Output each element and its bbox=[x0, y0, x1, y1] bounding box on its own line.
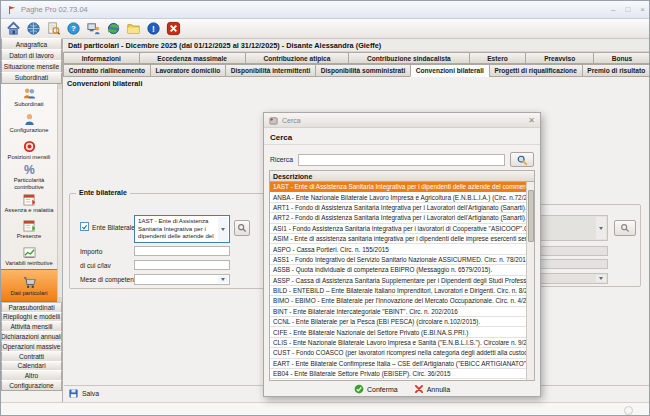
dialog-footer: Conferma Annulla bbox=[264, 382, 540, 396]
tab[interactable]: Informazioni bbox=[63, 52, 140, 64]
list-item[interactable]: ANBA - Ente Nazionale Bilaterale Lavoro … bbox=[270, 192, 526, 202]
sidebar-item-subordinati[interactable]: Subordinati bbox=[1, 84, 57, 111]
globe-icon[interactable] bbox=[25, 20, 42, 37]
dialog-search-row: Ricerca bbox=[264, 149, 540, 171]
exit-icon[interactable] bbox=[165, 20, 182, 37]
importo-input[interactable] bbox=[134, 246, 230, 256]
list-item[interactable]: ASSB - Quota individuale di competenza E… bbox=[270, 265, 526, 275]
tab[interactable]: Estero bbox=[469, 52, 527, 64]
list-item[interactable]: CUST - Fondo COASCO (per lavoratori rico… bbox=[270, 348, 526, 358]
sync-icon[interactable] bbox=[105, 20, 122, 37]
sidebar-item-dati-particolari[interactable]: Dati particolari bbox=[1, 269, 57, 302]
mese-label: Mese di competenza bbox=[80, 276, 141, 283]
minimize-button[interactable]: – bbox=[611, 5, 615, 14]
folder-icon[interactable] bbox=[125, 20, 142, 37]
save-button[interactable]: Salva bbox=[82, 390, 99, 397]
list-item[interactable]: CCNL - Ente Bilaterale per la Pesca (EBI… bbox=[270, 317, 526, 327]
chart-icon bbox=[22, 246, 37, 259]
tab[interactable]: Contribuzione sindacalista bbox=[348, 52, 469, 64]
find-button[interactable] bbox=[510, 152, 534, 167]
tab[interactable]: Premio di risultato bbox=[582, 64, 650, 77]
list-item[interactable]: EART - Ente Bilaterale Confimprese Itali… bbox=[270, 359, 526, 369]
sidebar-nav-button[interactable]: Subordinati bbox=[1, 72, 62, 84]
list-item[interactable]: EB04 - Ente Bilaterale Settore Privato (… bbox=[270, 369, 526, 379]
list-item[interactable]: ART1 - Fondo di Assistenza Sanitaria Int… bbox=[270, 203, 526, 213]
sidebar-item-label: Assenza e malattia bbox=[5, 207, 54, 213]
ente-bilaterale-combobox[interactable]: 1AST - Ente di Assistenza Sanitaria Inte… bbox=[134, 215, 230, 243]
scroll-up-icon[interactable] bbox=[58, 84, 62, 89]
tab[interactable]: Bonus bbox=[593, 52, 650, 64]
tab[interactable]: Convenzioni bilaterali bbox=[410, 64, 490, 77]
sidebar-item-variabili-retributive[interactable]: Variabili retributive bbox=[1, 243, 57, 270]
chevron-down-icon[interactable] bbox=[596, 217, 606, 239]
results-list: Descrizione 1AST - Ente di Assistenza Sa… bbox=[269, 170, 535, 381]
chevron-down-icon[interactable] bbox=[218, 276, 228, 283]
percent-icon: % bbox=[22, 163, 37, 176]
maximize-button[interactable]: □ bbox=[625, 5, 630, 14]
list-item[interactable]: CIFE - Ente Bilaterale Nazionale del Set… bbox=[270, 327, 526, 337]
sidebar-item-particolarita-contributive[interactable]: % Particolarità contributive bbox=[1, 163, 57, 190]
ricerca-label: Ricerca bbox=[270, 156, 293, 163]
chevron-down-icon[interactable] bbox=[218, 217, 228, 241]
sidebar-icon-panel: Subordinati Configurazione Posizioni men… bbox=[1, 84, 62, 303]
sidebar-item-posizioni-mensili[interactable]: Posizioni mensili bbox=[1, 137, 57, 164]
ente-search-button[interactable] bbox=[234, 220, 250, 236]
ricerca-input[interactable] bbox=[298, 154, 505, 166]
list-item[interactable]: BIMO - EBIMO - Ente Bilaterale per l'Inn… bbox=[270, 296, 526, 306]
list-scrollbar[interactable] bbox=[526, 182, 534, 380]
chevron-down-icon[interactable] bbox=[596, 275, 606, 282]
app-flag-icon bbox=[7, 5, 17, 15]
tab[interactable]: Disponibilità intermittenti bbox=[225, 64, 316, 77]
list-item[interactable]: BINT - Ente Bilaterale Intercategoriale … bbox=[270, 307, 526, 317]
svg-text:%: % bbox=[24, 164, 35, 177]
list-item[interactable]: ASI1 - Fondo Assistenza Sanitaria Integr… bbox=[270, 224, 526, 234]
tab-row-2: Contratto riallineamentoLavoratore domic… bbox=[64, 64, 650, 77]
secondary-search-button[interactable] bbox=[614, 220, 636, 236]
navigation-sidebar: AnagraficaDatori di lavoroSituazione men… bbox=[1, 39, 63, 404]
group-title: Ente bilaterale bbox=[76, 189, 130, 196]
tab[interactable]: Contribuzione atipica bbox=[245, 52, 349, 64]
tab[interactable]: Preavviso bbox=[525, 52, 594, 64]
tab[interactable]: Eccedenza massimale bbox=[139, 52, 246, 64]
mese-combobox[interactable] bbox=[134, 274, 230, 285]
list-column-header[interactable]: Descrizione bbox=[270, 171, 534, 182]
sidebar-item-assenza-malattia[interactable]: Assenza e malattia bbox=[1, 190, 57, 217]
sidebar-item-configurazione[interactable]: Configurazione bbox=[1, 110, 57, 137]
list-item[interactable]: 1AST - Ente di Assistenza Sanitaria Inte… bbox=[270, 182, 526, 192]
close-button[interactable]: × bbox=[640, 5, 645, 14]
find-icon bbox=[516, 154, 528, 166]
info-icon[interactable]: ! bbox=[145, 20, 162, 37]
list-item[interactable]: ASPO - Cassa Portieri. Circ. n. 155/2015 bbox=[270, 244, 526, 254]
document-search-icon[interactable] bbox=[45, 20, 62, 37]
list-item[interactable]: ASIM - Ente di assistenza sanitaria inte… bbox=[270, 234, 526, 244]
tab[interactable]: Contratto riallineamento bbox=[63, 64, 151, 77]
calendar-sick-icon bbox=[22, 193, 37, 206]
scrollbar-thumb[interactable] bbox=[528, 190, 534, 242]
scroll-down-icon[interactable] bbox=[58, 297, 62, 302]
ente-bilaterale-checkbox[interactable] bbox=[80, 222, 89, 231]
window-title: Paghe Pro 02.73.04 bbox=[21, 5, 611, 14]
cerca-dialog: Cerca ✕ Cerca Ricerca Descrizione 1AST -… bbox=[263, 112, 541, 397]
workstation-icon[interactable] bbox=[85, 20, 102, 37]
help-icon[interactable]: ? bbox=[65, 20, 82, 37]
tab[interactable]: Disponibilità somministrati bbox=[315, 64, 411, 77]
tab[interactable]: Progetti di riqualificazione bbox=[489, 64, 583, 77]
dialog-close-icon[interactable]: ✕ bbox=[528, 116, 535, 125]
list-item[interactable]: ASSP - Cassa di Assistenza Sanitaria Sup… bbox=[270, 276, 526, 286]
home-icon[interactable] bbox=[5, 20, 22, 37]
annulla-button[interactable]: Annulla bbox=[414, 384, 450, 394]
list-item[interactable]: CLIS - Ente Nazionale Bilaterale Lavoro … bbox=[270, 338, 526, 348]
conferma-button[interactable]: Conferma bbox=[354, 384, 398, 394]
sidebar-item-label: Particolarità contributive bbox=[1, 177, 57, 189]
list-item[interactable]: ART2 - Fondo di Assistenza Sanitaria Int… bbox=[270, 213, 526, 223]
tab[interactable]: Lavoratore domicilio bbox=[150, 64, 226, 77]
list-item[interactable]: BILD - ENTEBILD – Ente Bilaterale Italia… bbox=[270, 286, 526, 296]
di-cui-input[interactable] bbox=[134, 260, 230, 270]
sidebar-nav-button[interactable]: Configurazione bbox=[1, 380, 62, 391]
list-item[interactable]: ASS1 - Fondo Integrativo del Servizio Sa… bbox=[270, 255, 526, 265]
sidebar-item-presenze[interactable]: Presenze bbox=[1, 216, 57, 243]
sidebar-item-label: Configurazione bbox=[10, 127, 49, 133]
sidebar-item-label: Variabili retributive bbox=[5, 260, 52, 266]
check-icon bbox=[81, 223, 88, 231]
sidebar-scrollbar[interactable] bbox=[57, 84, 62, 302]
